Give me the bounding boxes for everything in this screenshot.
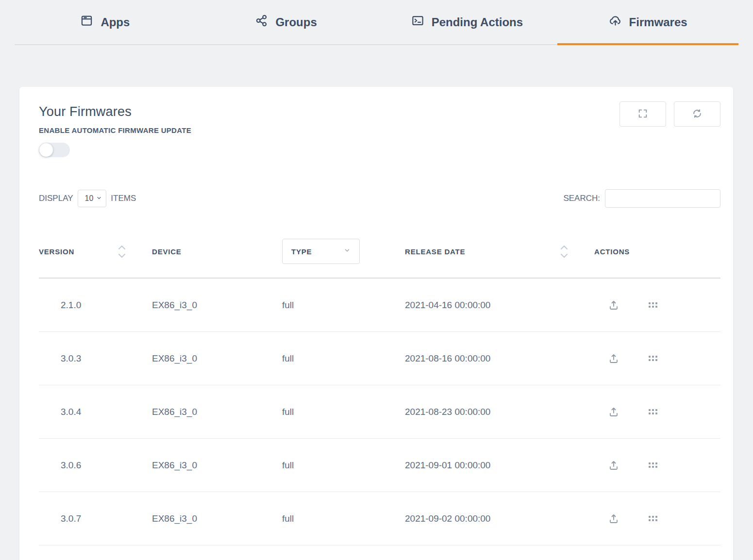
firmware-table: VERSION DEVICE TYPE RELEASE DATE	[39, 225, 720, 545]
display-count-group: DISPLAY 10 ITEMS	[39, 190, 136, 207]
cell-type: full	[282, 353, 405, 364]
tab-groups[interactable]: Groups	[196, 0, 377, 44]
display-count-value: 10	[85, 194, 94, 203]
more-actions-grid-icon[interactable]	[649, 516, 657, 521]
cell-device: EX86_i3_0	[152, 460, 282, 471]
cell-version: 3.0.3	[39, 353, 152, 364]
refresh-icon	[692, 108, 703, 120]
refresh-button[interactable]	[674, 101, 720, 127]
more-actions-grid-icon[interactable]	[649, 462, 657, 468]
column-header-version[interactable]: VERSION	[39, 246, 152, 258]
cell-actions	[594, 513, 720, 525]
apps-icon	[80, 14, 93, 30]
auto-update-label: ENABLE AUTOMATIC FIRMWARE UPDATE	[39, 126, 191, 134]
cell-actions	[594, 353, 720, 364]
column-label: VERSION	[39, 247, 74, 256]
panel-header-left: Your Firmwares ENABLE AUTOMATIC FIRMWARE…	[39, 104, 191, 157]
tab-apps[interactable]: Apps	[15, 0, 196, 44]
cell-type: full	[282, 460, 405, 471]
sort-arrows-icon	[118, 246, 125, 258]
more-actions-grid-icon[interactable]	[649, 302, 657, 308]
upload-icon[interactable]	[608, 406, 619, 418]
column-header-release-date[interactable]: RELEASE DATE	[405, 246, 594, 258]
panel-header: Your Firmwares ENABLE AUTOMATIC FIRMWARE…	[39, 104, 720, 157]
tab-firmwares[interactable]: Firmwares	[557, 0, 738, 44]
fullscreen-icon	[637, 108, 648, 120]
sort-arrows-icon	[561, 246, 568, 258]
cell-device: EX86_i3_0	[152, 513, 282, 524]
display-count-select[interactable]: 10	[78, 190, 107, 207]
terminal-icon	[411, 14, 424, 30]
chevron-down-icon	[344, 247, 351, 256]
cell-device: EX86_i3_0	[152, 300, 282, 311]
column-header-type: TYPE	[282, 239, 405, 264]
type-filter-dropdown[interactable]: TYPE	[282, 239, 360, 264]
cell-release-date: 2021-09-02 00:00:00	[405, 513, 594, 524]
cell-type: full	[282, 513, 405, 524]
upload-icon[interactable]	[608, 299, 619, 311]
cell-version: 2.1.0	[39, 300, 152, 311]
panel-title: Your Firmwares	[39, 104, 191, 119]
tab-label: Groups	[275, 16, 317, 29]
top-tabbar: Apps Groups Pending Actions Firmwares	[15, 0, 738, 45]
cell-type: full	[282, 300, 405, 311]
fullscreen-button[interactable]	[619, 101, 666, 127]
cell-device: EX86_i3_0	[152, 353, 282, 364]
cell-release-date: 2021-08-23 00:00:00	[405, 407, 594, 417]
firmwares-panel: Your Firmwares ENABLE AUTOMATIC FIRMWARE…	[19, 87, 733, 560]
upload-icon[interactable]	[608, 513, 619, 525]
upload-icon[interactable]	[608, 460, 619, 471]
firmware-table-header: VERSION DEVICE TYPE RELEASE DATE	[39, 225, 720, 279]
table-row: 3.0.6 EX86_i3_0 full 2021-09-01 00:00:00	[39, 439, 720, 492]
table-controls: DISPLAY 10 ITEMS SEARCH:	[39, 189, 720, 208]
cell-actions	[594, 299, 720, 311]
tab-label: Pending Actions	[432, 16, 523, 29]
cell-release-date: 2021-09-01 00:00:00	[405, 460, 594, 471]
cell-release-date: 2021-08-16 00:00:00	[405, 353, 594, 364]
cell-version: 3.0.4	[39, 407, 152, 417]
more-actions-grid-icon[interactable]	[649, 409, 657, 414]
firmware-table-body: 2.1.0 EX86_i3_0 full 2021-04-16 00:00:00…	[39, 279, 720, 545]
panel-header-buttons	[619, 101, 720, 127]
cloud-upload-icon	[609, 14, 622, 30]
table-row: 2.1.0 EX86_i3_0 full 2021-04-16 00:00:00	[39, 279, 720, 332]
chevron-down-icon	[96, 194, 102, 203]
tab-label: Apps	[100, 16, 130, 29]
auto-update-toggle[interactable]	[39, 143, 70, 157]
cell-type: full	[282, 407, 405, 417]
type-filter-label: TYPE	[291, 247, 312, 256]
items-label: ITEMS	[111, 194, 136, 203]
table-row: 3.0.4 EX86_i3_0 full 2021-08-23 00:00:00	[39, 385, 720, 439]
column-header-actions: ACTIONS	[594, 247, 720, 256]
search-group: SEARCH:	[563, 189, 720, 208]
cell-release-date: 2021-04-16 00:00:00	[405, 300, 594, 311]
search-label: SEARCH:	[563, 194, 600, 203]
table-row: 3.0.7 EX86_i3_0 full 2021-09-02 00:00:00	[39, 492, 720, 545]
groups-icon	[255, 14, 268, 30]
display-label: DISPLAY	[39, 194, 73, 203]
search-input[interactable]	[605, 189, 720, 208]
cell-actions	[594, 460, 720, 471]
cell-actions	[594, 406, 720, 418]
cell-version: 3.0.7	[39, 513, 152, 524]
cell-device: EX86_i3_0	[152, 407, 282, 417]
upload-icon[interactable]	[608, 353, 619, 364]
tab-label: Firmwares	[629, 16, 687, 29]
cell-version: 3.0.6	[39, 460, 152, 471]
more-actions-grid-icon[interactable]	[649, 356, 657, 361]
column-label: RELEASE DATE	[405, 247, 465, 256]
column-header-device[interactable]: DEVICE	[152, 247, 282, 256]
tab-pending-actions[interactable]: Pending Actions	[377, 0, 558, 44]
table-row: 3.0.3 EX86_i3_0 full 2021-08-16 00:00:00	[39, 332, 720, 385]
toggle-knob	[39, 143, 53, 157]
